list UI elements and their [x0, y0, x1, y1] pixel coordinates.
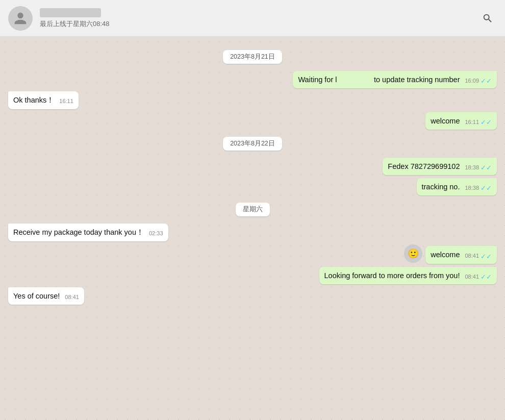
bubble-content: Yes of course! 08:41: [13, 291, 79, 301]
contact-name-blur: [40, 8, 101, 17]
bubble-text: Ok thanks！: [13, 95, 54, 105]
search-button[interactable]: [478, 9, 497, 28]
date-separator-saturday: 星期六: [8, 203, 497, 216]
bubble-meta: 08:41 ✓✓: [462, 273, 492, 281]
check-marks: ✓✓: [481, 253, 492, 260]
message-row: Looking forward to more orders from you!…: [8, 267, 497, 284]
bubble-meta: 08:41 ✓✓: [462, 252, 492, 260]
contact-info: 最后上线于星期六08:48: [40, 8, 478, 29]
bubble-time: 16:11: [465, 118, 479, 126]
date-separator-aug21: 2023年8月21日: [8, 50, 497, 64]
bubble-meta: 16:09 ✓✓: [462, 77, 492, 85]
date-badge-saturday: 星期六: [236, 203, 270, 216]
date-badge-aug22: 2023年8月22日: [223, 137, 282, 151]
bubble-content: Fedex 782729699102 18:38 ✓✓: [388, 161, 492, 171]
bubble-time: 08:41: [465, 252, 479, 260]
bubble-time: 08:41: [465, 273, 479, 281]
bubble-time: 18:38: [465, 184, 479, 192]
bubble-text: Looking forward to more orders from you!: [324, 270, 460, 281]
bubble-meta: 16:11 ✓✓: [462, 118, 492, 126]
bubble-incoming: Ok thanks！ 16:11: [8, 91, 79, 109]
message-row: 🙂 welcome 08:41 ✓✓: [8, 244, 497, 264]
message-row: Receive my package today thank you！ 02:3…: [8, 224, 497, 241]
person-icon: [13, 11, 28, 26]
bubble-content: welcome 08:41 ✓✓: [431, 250, 492, 260]
message-row: welcome 16:11 ✓✓: [8, 112, 497, 130]
bubble-text: Waiting for l to update tracking number: [298, 75, 460, 85]
chat-header: 最后上线于星期六08:48: [0, 0, 505, 37]
bubble-meta: 18:38 ✓✓: [462, 164, 492, 171]
bubble-content: tracking no. 18:38 ✓✓: [422, 182, 492, 192]
bubble-incoming: Yes of course! 08:41: [8, 287, 84, 305]
check-marks: ✓✓: [481, 119, 492, 126]
check-marks: ✓✓: [481, 164, 492, 171]
bubble-time: 02:33: [149, 230, 163, 237]
bubble-text: Receive my package today thank you！: [13, 227, 144, 237]
bubble-time: 08:41: [65, 293, 79, 301]
contact-avatar[interactable]: [8, 6, 33, 31]
bubble-outgoing: Looking forward to more orders from you!…: [319, 267, 497, 284]
message-row: Yes of course! 08:41: [8, 287, 497, 305]
bubble-meta: 02:33: [146, 230, 163, 237]
bubble-content: Waiting for l to update tracking number …: [298, 75, 492, 85]
bubble-content: Receive my package today thank you！ 02:3…: [13, 227, 163, 237]
sender-emoji-avatar: 🙂: [404, 244, 422, 263]
bubble-content: Ok thanks！ 16:11: [13, 95, 73, 105]
bubble-outgoing: Waiting for l to update tracking number …: [293, 71, 497, 88]
bubble-text: welcome: [431, 250, 460, 260]
bubble-incoming: Receive my package today thank you！ 02:3…: [8, 224, 168, 241]
message-row: Waiting for l to update tracking number …: [8, 71, 497, 88]
bubble-meta: 18:38 ✓✓: [462, 184, 492, 192]
bubble-time: 16:09: [465, 77, 479, 85]
bubble-text: Yes of course!: [13, 291, 60, 301]
bubble-outgoing: welcome 08:41 ✓✓: [425, 246, 497, 263]
bubble-content: welcome 16:11 ✓✓: [431, 116, 492, 126]
bubble-time: 16:11: [59, 97, 73, 105]
chat-messages: 2023年8月21日 Waiting for l to update track…: [0, 37, 505, 420]
date-separator-aug22: 2023年8月22日: [8, 137, 497, 151]
bubble-text: welcome: [431, 116, 460, 126]
message-row: Fedex 782729699102 18:38 ✓✓: [8, 158, 497, 175]
bubble-text: Fedex 782729699102: [388, 161, 460, 171]
bubble-outgoing: tracking no. 18:38 ✓✓: [417, 178, 497, 195]
bubble-outgoing: Fedex 782729699102 18:38 ✓✓: [383, 158, 497, 175]
contact-status: 最后上线于星期六08:48: [40, 19, 478, 29]
header-actions: [478, 9, 497, 28]
check-marks: ✓✓: [481, 274, 492, 280]
bubble-outgoing: welcome 16:11 ✓✓: [425, 112, 497, 130]
message-row: Ok thanks！ 16:11: [8, 91, 497, 109]
bubble-time: 18:38: [465, 164, 479, 171]
message-row: tracking no. 18:38 ✓✓: [8, 178, 497, 195]
search-icon: [482, 13, 493, 24]
check-marks: ✓✓: [481, 185, 492, 191]
bubble-content: Looking forward to more orders from you!…: [324, 270, 492, 281]
check-marks: ✓✓: [481, 78, 492, 84]
date-badge-aug21: 2023年8月21日: [223, 50, 282, 64]
bubble-text: tracking no.: [422, 182, 460, 192]
bubble-meta: 08:41: [62, 293, 79, 301]
bubble-meta: 16:11: [56, 97, 73, 105]
